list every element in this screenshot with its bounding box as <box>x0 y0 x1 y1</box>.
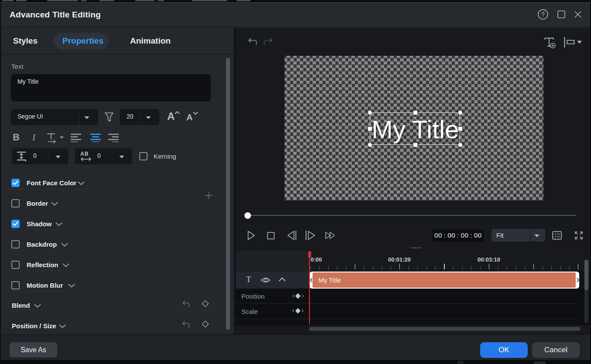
svg-text:?: ? <box>541 11 545 18</box>
svg-text:AB: AB <box>80 151 89 157</box>
